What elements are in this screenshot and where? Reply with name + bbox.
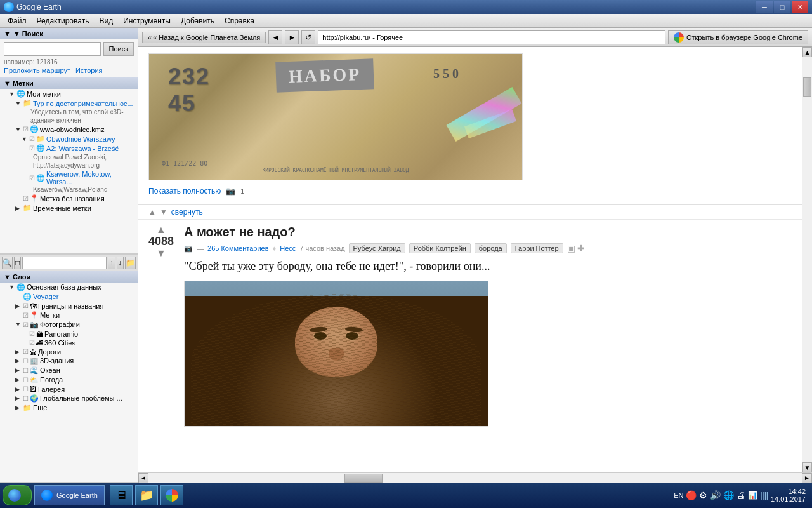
folder-icon-m: 📁 [23, 404, 32, 412]
zoom-btn[interactable]: 🔍 [2, 257, 13, 269]
more-item[interactable]: ▶ 📁 Еще [0, 403, 138, 413]
marks-input[interactable] [22, 257, 107, 269]
ocean-icon: 🌊 [30, 366, 39, 375]
scroll-down-button[interactable]: ▼ [802, 462, 812, 472]
tag-beard[interactable]: борода [475, 243, 507, 253]
borders-item[interactable]: ▶ ☑ 🗺 Границы и названия [0, 302, 138, 311]
gallery-item[interactable]: ▶ ☐ 🖼 Галерея [0, 385, 138, 394]
tour-item[interactable]: ▼ 📁 Тур по достопримечательнос... [0, 98, 138, 108]
expand-arrow: ▼ [15, 126, 22, 133]
marks-header[interactable]: ▼ Метки [0, 77, 138, 89]
photos-item[interactable]: ▼ ☑ 📷 Фотографии [0, 320, 138, 330]
panoramio-item[interactable]: ☑ 🏔 Panoramio [0, 330, 138, 338]
maximize-button[interactable]: □ [774, 1, 790, 13]
unnamed-mark-item[interactable]: ☑ 📍 Метка без названия [0, 194, 138, 203]
global-item[interactable]: ▶ ☐ 🌍 Глобальные проблемы ... [0, 394, 138, 403]
scroll-right-button[interactable]: ► [802, 473, 812, 483]
search-button[interactable]: Поиск [103, 42, 134, 56]
tag-robbie[interactable]: Робби Колтрейн [409, 243, 471, 253]
nav-back-button[interactable]: ◄ [268, 30, 282, 44]
close-button[interactable]: ✕ [792, 1, 808, 13]
scroll-up-button[interactable]: ▲ [802, 47, 812, 57]
expand-arrow: ▶ [15, 349, 22, 355]
menu-help[interactable]: Справка [219, 15, 259, 27]
obwodnice-label: Obwodnice Warszawy [46, 135, 115, 143]
back-button[interactable]: « « Назад к Google Планета Земля [142, 32, 266, 43]
route-link[interactable]: Проложить маршрут [4, 67, 70, 74]
comments-link[interactable]: 265 Комментариев [207, 244, 269, 252]
layers-section: ▼ Слои ▼ 🌐 Основная база данных 🌐 Voyage… [0, 271, 138, 483]
building-icon: 🏢 [30, 357, 39, 365]
a2-item[interactable]: ☑ 🌐 A2: Warszawa - Brześć [0, 144, 138, 153]
horizontal-scrollbar: ◄ ► [138, 472, 812, 483]
titlebar: Google Earth ─ □ ✕ [0, 0, 812, 14]
mountain-icon: 🏔 [36, 330, 43, 338]
collapse-row: ▲ ▼ свернуть [138, 205, 802, 220]
separator1: ♦ [273, 244, 277, 252]
borders-label: Границы и названия [38, 302, 103, 310]
wwa-item[interactable]: ▼ ☑ 🌐 wwa-obwodnice.kmz [0, 124, 138, 134]
expand-arrow: ▶ [15, 367, 22, 373]
taskbar-google-earth[interactable]: Google Earth [34, 485, 105, 505]
start-button[interactable] [3, 485, 32, 505]
nav-forward-button[interactable]: ► [285, 30, 299, 44]
weather-icon: ⛅ [30, 376, 39, 384]
menu-add[interactable]: Добавить [176, 15, 219, 27]
labels-item[interactable]: ☑ 📍 Метки [0, 311, 138, 320]
360cities-item[interactable]: ☑ 🏙 360 Cities [0, 338, 138, 347]
main-db-item[interactable]: ▼ 🌐 Основная база данных [0, 283, 138, 292]
search-label: ▼ Поиск [13, 30, 43, 37]
down-arrow-icon[interactable]: ▼ [160, 208, 167, 217]
square-btn[interactable]: □ [14, 257, 21, 269]
up-arrow-icon[interactable]: ▲ [148, 208, 156, 217]
obwodnice-item[interactable]: ▼ ☑ 📁 Obwodnice Warszawy [0, 134, 138, 144]
minus-meta[interactable]: — [197, 244, 204, 252]
menu-file[interactable]: Файл [3, 15, 32, 27]
post2-body-image [184, 281, 488, 427]
check-icon: ☐ [23, 385, 29, 392]
weather-item[interactable]: ▶ ☐ ⛅ Погода [0, 375, 138, 385]
folder-btn[interactable]: 📁 [125, 257, 136, 269]
menu-view[interactable]: Вид [94, 15, 118, 27]
taskbar-explorer-btn[interactable]: 🖥 [110, 485, 133, 505]
upvote-button[interactable]: ▲ [156, 225, 166, 235]
taskbar-folder-btn[interactable]: 📁 [135, 485, 158, 505]
scroll-left-button[interactable]: ◄ [138, 473, 148, 483]
folder-icon2: 📁 [36, 135, 45, 143]
my-marks-item[interactable]: ▼ 🌐 Мои метки [0, 89, 138, 98]
search-input[interactable] [4, 42, 101, 56]
web-content[interactable]: 23245 5 5 0 НАБОР Ф1-121/22-80 КИРОВСКИЙ… [138, 47, 802, 472]
url-bar[interactable] [318, 30, 665, 44]
minimize-button[interactable]: ─ [756, 1, 773, 13]
collapse-label[interactable]: свернуть [171, 208, 203, 217]
web-content-wrapper: 23245 5 5 0 НАБОР Ф1-121/22-80 КИРОВСКИЙ… [138, 47, 812, 472]
tag-harry[interactable]: Гарри Поттер [511, 243, 563, 253]
ocean-item[interactable]: ▶ ☐ 🌊 Океан [0, 366, 138, 375]
menu-edit[interactable]: Редактировать [32, 15, 95, 27]
layers-header[interactable]: ▼ Слои [0, 271, 138, 283]
marks-label: ▼ Метки [4, 79, 34, 87]
down-btn[interactable]: ↓ [117, 257, 124, 269]
roads-item[interactable]: ▶ ☑ 🛣 Дороги [0, 347, 138, 356]
author-label[interactable]: Несс [280, 244, 296, 252]
check-icon: ☑ [23, 302, 29, 309]
temp-marks-item[interactable]: ▶ 📁 Временные метки [0, 203, 138, 213]
search-header[interactable]: ▼ ▼ Поиск [0, 28, 138, 39]
tour-label: Тур по достопримечательнос... [33, 100, 133, 107]
post2-meta: 📷 — 265 Комментариев ♦ Несс 7 часов наза… [184, 243, 792, 253]
ksawerow-item[interactable]: ☑ 🌐 Ksawerow, Mokotow, Warsa... [0, 170, 138, 186]
nav-refresh-button[interactable]: ↺ [301, 30, 315, 44]
tag-rubeus[interactable]: Рубеус Хагрид [349, 243, 405, 253]
voyager-item[interactable]: 🌐 Voyager [0, 292, 138, 302]
show-full-link[interactable]: Показать полностью [148, 187, 221, 196]
history-link[interactable]: История [75, 67, 103, 74]
menu-tools[interactable]: Инструменты [118, 15, 176, 27]
globe-icon: 🌐 [16, 90, 25, 98]
up-btn[interactable]: ↑ [108, 257, 115, 269]
downvote-button[interactable]: ▼ [156, 248, 166, 258]
3d-item[interactable]: ▶ ☐ 🏢 3D-здания [0, 356, 138, 366]
scroll-thumb[interactable] [803, 77, 811, 97]
open-chrome-button[interactable]: Открыть в браузере Google Chrome [668, 30, 808, 44]
h-scroll-thumb[interactable] [344, 474, 383, 483]
taskbar-chrome-btn[interactable] [160, 485, 183, 505]
